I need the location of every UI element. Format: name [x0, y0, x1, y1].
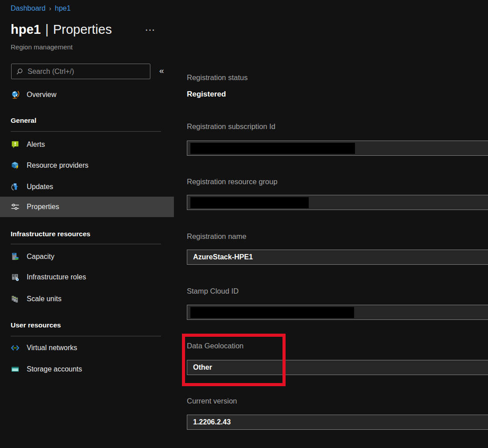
storage-account-icon	[11, 365, 20, 374]
breadcrumb: Dashboard›hpe1	[11, 4, 71, 12]
sidebar-item-label: Scale units	[27, 295, 61, 303]
redaction-overlay	[190, 307, 354, 318]
properties-form: Registration status Registered Registrat…	[187, 0, 488, 448]
page-title-blade: Properties	[53, 22, 112, 36]
sidebar-item-resource-providers[interactable]: Resource providers	[0, 158, 174, 173]
section-header-user-resources: User resources	[11, 321, 61, 329]
registration-resource-group-field[interactable]	[187, 195, 488, 210]
sidebar-item-label: Alerts	[27, 141, 45, 149]
registration-subscription-id-field[interactable]	[187, 141, 488, 156]
virtual-network-icon	[11, 343, 20, 352]
sliders-icon	[11, 202, 20, 211]
registration-resource-group-label: Registration resource group	[187, 178, 278, 186]
search-input[interactable]	[27, 67, 140, 76]
sidebar-item-alerts[interactable]: Alerts	[0, 137, 174, 152]
registration-name-label: Registration name	[187, 232, 246, 241]
redaction-overlay	[190, 143, 355, 154]
properties-blade: Dashboard›hpe1 hpe1|Properties ··· Regio…	[0, 0, 488, 448]
breadcrumb-separator: ›	[49, 4, 51, 12]
more-options-icon[interactable]: ···	[145, 26, 156, 35]
globe-icon	[11, 90, 20, 99]
sidebar-item-label: Overview	[27, 91, 56, 99]
registration-status-label: Registration status	[187, 73, 248, 82]
collapse-sidebar-icon[interactable]: «	[159, 66, 164, 76]
page-subtitle: Region management	[11, 43, 73, 51]
alert-bubble-icon	[11, 140, 20, 149]
breadcrumb-hpe1-link[interactable]: hpe1	[55, 4, 71, 12]
sidebar-item-updates[interactable]: Updates	[0, 179, 174, 194]
cube-lightning-icon	[11, 161, 20, 170]
sidebar-item-label: Virtual networks	[27, 344, 77, 352]
sidebar-item-label: Resource providers	[27, 161, 89, 170]
section-header-general: General	[11, 117, 36, 125]
sidebar-item-label: Updates	[27, 183, 53, 191]
section-divider	[11, 131, 161, 132]
sidebar-item-storage-accounts[interactable]: Storage accounts	[0, 362, 174, 377]
registration-name-field[interactable]: AzureStack-HPE1	[187, 250, 488, 265]
page-title-separator: |	[45, 22, 49, 36]
server-roles-icon	[11, 273, 20, 282]
sidebar-item-virtual-networks[interactable]: Virtual networks	[0, 340, 174, 355]
sidebar-item-label: Storage accounts	[27, 365, 82, 373]
page-title: hpe1|Properties	[11, 22, 112, 37]
sidebar-item-properties[interactable]: Properties	[0, 197, 174, 217]
sidebar-item-capacity[interactable]: Capacity	[0, 249, 174, 264]
sidebar-search[interactable]	[11, 64, 150, 79]
data-geolocation-label: Data Geolocation	[187, 342, 244, 350]
sidebar-item-infrastructure-roles[interactable]: Infrastructure roles	[0, 270, 174, 285]
page-title-resource: hpe1	[11, 22, 41, 36]
registration-subscription-id-label: Registration subscription Id	[187, 122, 275, 131]
data-geolocation-field[interactable]: Other	[187, 360, 488, 375]
sidebar-item-label: Capacity	[27, 253, 54, 261]
stamp-cloud-id-field[interactable]	[187, 305, 488, 320]
stamp-cloud-id-label: Stamp Cloud ID	[187, 287, 238, 295]
redaction-overlay	[190, 197, 309, 208]
current-version-label: Current version	[187, 397, 237, 405]
update-arrow-icon	[11, 182, 20, 191]
server-disks-icon	[11, 252, 20, 261]
sidebar-item-label: Properties	[27, 203, 59, 211]
current-version-field[interactable]: 1.2206.2.43	[187, 415, 488, 430]
section-divider	[11, 244, 161, 244]
search-icon	[16, 68, 23, 75]
registration-status-value: Registered	[187, 90, 226, 99]
sidebar-item-overview[interactable]: Overview	[0, 87, 174, 102]
section-divider	[11, 336, 161, 336]
server-stack-icon	[11, 295, 20, 303]
sidebar-item-scale-units[interactable]: Scale units	[0, 291, 174, 307]
breadcrumb-dashboard-link[interactable]: Dashboard	[11, 4, 45, 12]
section-header-infrastructure: Infrastructure resources	[11, 230, 90, 238]
sidebar-item-label: Infrastructure roles	[27, 273, 86, 281]
